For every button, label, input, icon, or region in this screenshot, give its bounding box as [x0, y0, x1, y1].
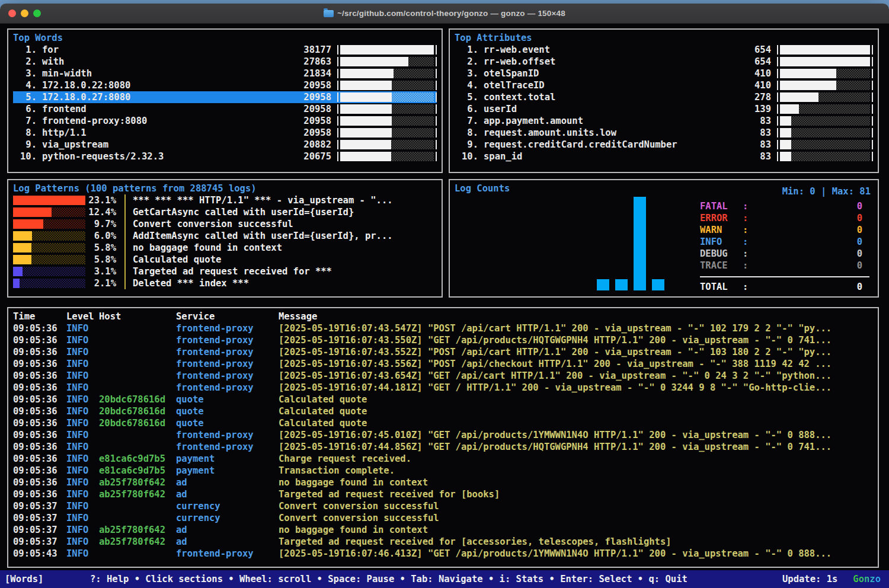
log-time: 09:05:36 — [13, 429, 66, 441]
log-level: INFO — [66, 394, 99, 405]
ranked-item-row[interactable]: 5. 172.18.0.27:8080 20958 — [13, 91, 437, 103]
log-host: ab25f780f642 — [99, 477, 176, 488]
log-time: 09:05:36 — [13, 394, 66, 405]
bar-track — [340, 116, 434, 126]
item-label: for — [37, 44, 287, 55]
item-bar — [337, 104, 437, 114]
item-label: otelSpanID — [478, 68, 727, 79]
bar-track — [780, 104, 870, 114]
ranked-item-row[interactable]: 6. userId 139 — [455, 103, 873, 115]
ranked-item-row[interactable]: 3. otelSpanID 410 — [455, 68, 873, 79]
log-row[interactable]: 09:05:36 INFO frontend-proxy [2025-05-19… — [13, 370, 873, 382]
item-label: 172.18.0.22:8080 — [37, 80, 287, 91]
window-titlebar[interactable]: ~/src/github.com/control-theory/gonzo — … — [0, 4, 889, 24]
ranked-item-row[interactable]: 10. span_id 83 — [455, 151, 873, 162]
ranked-item-row[interactable]: 1. rr-web.event 654 — [455, 44, 873, 56]
ranked-item-row[interactable]: 5. context.total 278 — [455, 91, 873, 103]
ranked-item-row[interactable]: 8. request.amount.units.low 83 — [455, 127, 873, 139]
ranked-item-row[interactable]: 4. 172.18.0.22:8080 20958 — [13, 79, 437, 91]
pattern-row[interactable]: 9.7% Convert conversion successful — [13, 218, 437, 230]
ranked-item-row[interactable]: 7. app.payment.amount 83 — [455, 115, 873, 127]
bar-pipe-left — [337, 69, 338, 78]
bar-track — [340, 57, 434, 66]
item-rank: 2. — [455, 56, 478, 67]
ranked-item-row[interactable]: 3. min-width 21834 — [13, 68, 437, 79]
item-label: rr-web.offset — [478, 56, 727, 67]
item-bar — [777, 116, 873, 126]
ranked-item-row[interactable]: 7. frontend-proxy:8080 20958 — [13, 115, 437, 127]
item-count: 83 — [727, 151, 777, 162]
pattern-row[interactable]: 6.0% AddItemAsync called with userId={us… — [13, 230, 437, 242]
ranked-item-row[interactable]: 9. via_upstream 20882 — [13, 139, 437, 151]
item-rank: 3. — [455, 68, 478, 79]
item-label: min-width — [37, 68, 287, 79]
ranked-item-row[interactable]: 2. rr-web.offset 654 — [455, 56, 873, 68]
log-time: 09:05:36 — [13, 382, 66, 394]
top-words-panel[interactable]: Top Words 1. for 38177 2. with 27863 3. … — [7, 28, 443, 173]
ranked-item-row[interactable]: 9. request.creditCard.creditCardNumber 8… — [455, 139, 873, 151]
pattern-row[interactable]: 5.8% no baggage found in context — [13, 242, 437, 254]
log-row[interactable]: 09:05:36 INFO ab25f780f642 ad Targeted a… — [13, 488, 873, 500]
log-time: 09:05:36 — [13, 405, 66, 417]
log-row[interactable]: 09:05:36 INFO frontend-proxy [2025-05-19… — [13, 322, 873, 334]
log-row[interactable]: 09:05:37 INFO currency Convert conversio… — [13, 512, 873, 524]
log-row[interactable]: 09:05:36 INFO 20bdc678616d quote Calcula… — [13, 394, 873, 405]
pattern-row[interactable]: 12.4% GetCartAsync called with userId={u… — [13, 206, 437, 218]
pattern-row[interactable]: 3.1% Targeted ad request received for **… — [13, 266, 437, 277]
log-row[interactable]: 09:05:36 INFO frontend-proxy [2025-05-19… — [13, 346, 873, 358]
bar-fill — [780, 92, 818, 102]
item-label: userId — [478, 104, 727, 114]
log-row[interactable]: 09:05:36 INFO 20bdc678616d quote Calcula… — [13, 405, 873, 417]
log-service: payment — [176, 453, 279, 465]
log-row[interactable]: 09:05:37 INFO currency Convert conversio… — [13, 500, 873, 512]
ranked-item-row[interactable]: 8. http/1.1 20958 — [13, 127, 437, 139]
log-row[interactable]: 09:05:36 INFO frontend-proxy [2025-05-19… — [13, 358, 873, 370]
log-row[interactable]: 09:05:43 INFO frontend-proxy [2025-05-19… — [13, 548, 873, 560]
bar-pipe-left — [337, 152, 338, 161]
log-row[interactable]: 09:05:37 INFO ab25f780f642 ad Targeted a… — [13, 536, 873, 548]
top-words-title: Top Words — [13, 32, 437, 44]
bar-pipe-left — [337, 81, 338, 90]
minimize-button[interactable] — [21, 9, 28, 17]
ranked-item-row[interactable]: 4. otelTraceID 410 — [455, 79, 873, 91]
log-row[interactable]: 09:05:36 INFO ab25f780f642 ad no baggage… — [13, 477, 873, 488]
log-counts-panel[interactable]: Log Counts Min: 0 | Max: 81 FATAL : 0 ER… — [449, 179, 879, 298]
ranked-item-row[interactable]: 6. frontend 20958 — [13, 103, 437, 115]
top-attributes-panel[interactable]: Top Attributes 1. rr-web.event 654 2. rr… — [449, 28, 879, 173]
severity-value: 0 — [752, 212, 869, 224]
log-row[interactable]: 09:05:36 INFO frontend-proxy [2025-05-19… — [13, 441, 873, 453]
log-row[interactable]: 09:05:36 INFO frontend-proxy [2025-05-19… — [13, 429, 873, 441]
zoom-button[interactable] — [33, 9, 41, 17]
ranked-item-row[interactable]: 2. with 27863 — [13, 56, 437, 68]
pattern-row[interactable]: 5.8% Calculated quote — [13, 254, 437, 266]
ranked-item-row[interactable]: 10. python-requests/2.32.3 20675 — [13, 151, 437, 162]
log-viewer-panel[interactable]: Time Level Host Service Message 09:05:36… — [7, 307, 879, 568]
item-rank: 5. — [455, 92, 478, 103]
log-row[interactable]: 09:05:36 INFO frontend-proxy [2025-05-19… — [13, 382, 873, 394]
log-service: frontend-proxy — [176, 334, 279, 346]
close-button[interactable] — [8, 9, 16, 17]
bar-track — [780, 57, 870, 66]
log-message: Calculated quote — [279, 394, 873, 405]
bar-pipe-left — [337, 57, 338, 66]
log-row[interactable]: 09:05:36 INFO 20bdc678616d quote Calcula… — [13, 417, 873, 429]
bar-fill — [340, 45, 434, 55]
pattern-row[interactable]: 2.1% Deleted *** index *** — [13, 277, 437, 289]
log-row[interactable]: 09:05:37 INFO ab25f780f642 ad no baggage… — [13, 524, 873, 536]
bar-fill — [780, 116, 791, 126]
ranked-item-row[interactable]: 1. for 38177 — [13, 44, 437, 56]
log-row[interactable]: 09:05:36 INFO frontend-proxy [2025-05-19… — [13, 334, 873, 346]
item-label: frontend-proxy:8080 — [37, 116, 287, 126]
item-count: 83 — [727, 127, 777, 138]
log-row[interactable]: 09:05:36 INFO e81ca6c9d7b5 payment Trans… — [13, 465, 873, 477]
top-words-list: 1. for 38177 2. with 27863 3. min-width … — [13, 44, 437, 162]
log-host: e81ca6c9d7b5 — [99, 465, 176, 477]
log-patterns-panel[interactable]: Log Patterns (100 patterns from 288745 l… — [7, 179, 443, 298]
log-time: 09:05:36 — [13, 477, 66, 488]
log-row[interactable]: 09:05:36 INFO e81ca6c9d7b5 payment Charg… — [13, 453, 873, 465]
log-message: Convert conversion successful — [279, 512, 873, 524]
item-rank: 7. — [13, 116, 37, 126]
pattern-bar-track — [13, 219, 85, 229]
log-service: frontend-proxy — [176, 346, 279, 358]
pattern-row[interactable]: 23.1% *** *** *** HTTP/1.1" *** - via_up… — [13, 194, 437, 206]
